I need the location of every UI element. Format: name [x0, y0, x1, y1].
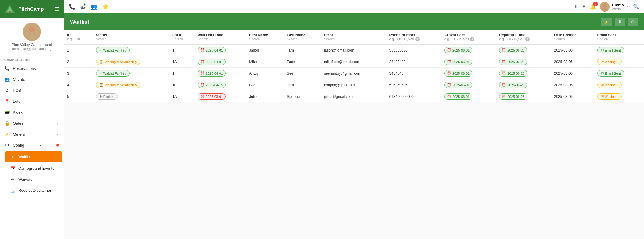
sidebar-item-label: Reservations [13, 66, 36, 71]
chevron-down-icon: ▼ [56, 122, 59, 125]
notification-button[interactable]: 🔔 2 [589, 3, 596, 10]
clock-icon: ⏰ [502, 83, 506, 87]
sidebar-item-lots[interactable]: 📍 Lots [0, 96, 64, 107]
till-chevron-icon: ▼ [582, 4, 586, 9]
screen-icon: 🖥 [4, 88, 10, 93]
waitlist-icon: ● [10, 154, 15, 159]
status-badge: ⏳ Waiting for Availability [96, 59, 140, 65]
clock-icon: ⏰ [447, 48, 451, 52]
sidebar-item-receipt-disclaimer[interactable]: 🧾 Receipt Disclaimer [0, 185, 64, 196]
cell-email: mikefade@gmail.com [321, 56, 386, 68]
user-role: Admin [612, 7, 624, 11]
table-row[interactable]: 4⏳ Waiting for Availability10⏰ 2025-04-1… [64, 79, 644, 91]
clock-icon: ⏰ [447, 95, 451, 98]
clock-icon: ⏰ [447, 60, 451, 64]
cell-email: julies@gmail.com [321, 91, 386, 102]
user-chevron-icon: ▼ [626, 5, 629, 8]
username: Emma [612, 3, 624, 7]
sidebar-item-waitlist[interactable]: ● Waitlist [5, 151, 62, 162]
sidebar-item-campground-events[interactable]: 📅 Campground Events [0, 163, 64, 174]
settings-button[interactable]: ⚙ [628, 18, 638, 26]
clock-icon: ⏰ [502, 60, 506, 64]
cell-id: 2 [64, 56, 93, 68]
sidebar-item-pos[interactable]: 🖥 POS [0, 85, 64, 96]
status-icon: ✓ [99, 48, 102, 52]
sidebar-item-label: Gates [13, 121, 23, 126]
cell-status: ⊘ Expired [93, 91, 169, 102]
wait-date-badge: ⏰ 2025-03-01 [198, 93, 226, 100]
sidebar-item-label: Clients [13, 77, 25, 82]
pin-icon: 📍 [4, 99, 10, 104]
sidebar-item-label: Receipt Disclaimer [18, 188, 51, 193]
user-profile: Pine Valley Campground demouser@pitchcam… [0, 18, 64, 55]
sidebar-item-clients[interactable]: 👥 Clients [0, 74, 64, 85]
departure-date-badge: ⏰ 2025-06-28 [499, 70, 527, 77]
status-icon: ⊘ [99, 95, 102, 98]
cell-departure: ⏰ 2025-06-28 [496, 68, 551, 79]
till-selector[interactable]: TILL ▼ [573, 4, 586, 9]
col-lot: Lot # Search [169, 30, 195, 44]
svg-point-7 [601, 8, 608, 12]
sidebar-item-reservations[interactable]: 📞 Reservations [0, 63, 64, 74]
sidebar-header: PitchCamp ☰ [0, 0, 64, 18]
sidebar-item-label: Config [13, 143, 24, 148]
sidebar-item-meters[interactable]: ⚡ Meters ▼ [0, 129, 64, 140]
cell-first-name: Antoy [246, 68, 284, 79]
sidebar-item-label: Waitlist [18, 155, 31, 159]
col-email: Email Search [321, 30, 386, 44]
cell-date-created: 2025-03-05 [551, 91, 594, 102]
envelope-icon: ✉ [601, 95, 604, 98]
phone-icon[interactable]: 📞 [69, 3, 76, 10]
sidebar-item-label: Waivers [18, 177, 32, 182]
user-menu[interactable]: Emma Admin ▼ [600, 2, 629, 12]
table-row[interactable]: 5⊘ Expired1A⏰ 2025-03-01JulieSpencerjuli… [64, 91, 644, 102]
download-button[interactable]: ⬇ [615, 18, 625, 26]
user-info: Emma Admin [612, 3, 624, 11]
clock-icon: ⏰ [502, 71, 506, 75]
status-badge: ⊘ Expired [96, 93, 118, 100]
star-icon[interactable]: ⭐ [102, 3, 109, 10]
cell-wait-until: ⏰ 2025-03-01 [195, 91, 246, 102]
cell-email-sent: ✉ Waiting... [594, 91, 644, 102]
cell-arrival: ⏰ 2025-06-01 [441, 56, 496, 68]
search-icon[interactable]: 🔍 [633, 4, 639, 9]
sidebar-item-label: Kiosk [13, 110, 23, 115]
page-header: Waitlist ⚡ ⬇ ⚙ [64, 13, 644, 30]
cell-wait-until: ⏰ 2025-04-01 [195, 68, 246, 79]
sidebar-item-label: Campground Events [18, 166, 55, 171]
table-row[interactable]: 2⏳ Waiting for Availability1A⏰ 2025-04-0… [64, 56, 644, 68]
table-row[interactable]: 1✓ Waitlist Fulfilled1⏰ 2025-04-01JasonT… [64, 44, 644, 56]
envelope-icon: ✉ [601, 48, 604, 52]
cell-lot: 1A [169, 91, 195, 102]
col-departure: Departure Date e.g. 3,10-15,>20 ? [496, 30, 551, 44]
email-sent-badge: ✉ Waiting... [597, 59, 622, 65]
status-badge: ✓ Waitlist Fulfilled [96, 47, 130, 53]
cell-status: ✓ Waitlist Fulfilled [93, 44, 169, 56]
filter-button[interactable]: ⚡ [601, 18, 612, 26]
clock-icon: ⏰ [447, 71, 451, 75]
table-row[interactable]: 3✓ Waitlist Fulfilled1⏰ 2025-04-01AntoyS… [64, 68, 644, 79]
col-id: ID e.g. 3,10 [64, 30, 93, 44]
envelope-icon: ✉ [601, 60, 604, 64]
cell-wait-until: ⏰ 2025-04-15 [195, 79, 246, 91]
sidebar-item-waivers[interactable]: ✒ Waivers [0, 174, 64, 185]
sidebar-item-gates[interactable]: 🔒 Gates ▼ [0, 118, 64, 129]
cell-phone: 613460000000 [386, 91, 441, 102]
table-header-row: ID e.g. 3,10 Status Search Lot # Search [64, 30, 644, 44]
sidebar-item-kiosk[interactable]: 📟 Kiosk [0, 107, 64, 118]
status-badge: ⏳ Waiting for Availability [96, 82, 140, 88]
till-label: TILL [573, 4, 581, 9]
sidebar-item-config[interactable]: ⚙ Config ▲ [0, 140, 64, 151]
cell-email: seenantoy@gmail.com [321, 68, 386, 79]
building-icon[interactable]: 🏕 [80, 3, 86, 10]
col-last-name: Last Name Search [284, 30, 321, 44]
cell-arrival: ⏰ 2025-06-01 [441, 44, 496, 56]
col-email-sent: Email Sent Search [594, 30, 644, 44]
meters-icon: ⚡ [4, 132, 10, 137]
col-first-name: First Name Search [246, 30, 284, 44]
cell-date-created: 2025-03-05 [551, 56, 594, 68]
hamburger-icon[interactable]: ☰ [55, 6, 59, 12]
cell-last-name: Spencer [284, 91, 321, 102]
people-icon[interactable]: 👥 [91, 3, 97, 10]
cell-date-created: 2025-03-05 [551, 79, 594, 91]
